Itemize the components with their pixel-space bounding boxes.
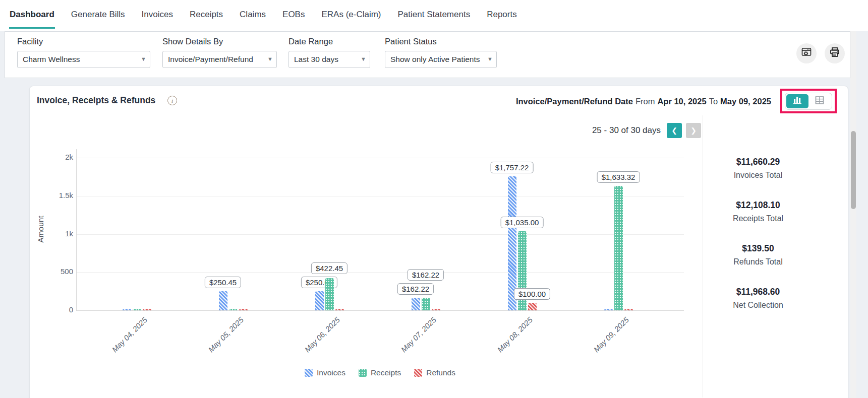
bar-value-label-invoices-4: $162.22	[397, 283, 434, 295]
date-range-summary: Invoice/Payment/Refund Date From Apr 10,…	[516, 97, 771, 106]
invoices-total: $11,660.29 Invoices Total	[708, 157, 808, 180]
print-icon	[829, 46, 841, 60]
print-button[interactable]	[825, 43, 845, 63]
legend-item-refunds[interactable]: Refunds	[414, 368, 455, 377]
y-axis-tick-2k: 2k	[40, 153, 73, 161]
refunds-total: $139.50 Refunds Total	[708, 243, 808, 267]
x-axis-label-may-04-2025: May 04, 2025	[110, 315, 149, 354]
chart-legend: InvoicesReceiptsRefunds	[76, 368, 684, 377]
legend-label-invoices: Invoices	[317, 368, 345, 377]
nav-tab-patient-statements[interactable]: Patient Statements	[397, 0, 471, 29]
y-axis-tick-500: 500	[40, 267, 73, 276]
nav-tab-eras-e-claim[interactable]: ERAs (e-Claim)	[321, 0, 381, 29]
invoices-total-label: Invoices Total	[708, 171, 808, 180]
filter-panel: Facility Charm Wellness ▼ Show Details B…	[5, 31, 850, 78]
main-nav: DashboardGenerate BillsInvoicesReceiptsC…	[9, 0, 517, 29]
refunds-total-label: Refunds Total	[708, 257, 808, 267]
nav-tab-eobs[interactable]: EOBs	[282, 0, 305, 29]
x-axis-label-may-06-2025: May 06, 2025	[303, 315, 341, 354]
patient-status-label: Patient Status	[385, 37, 497, 46]
gridline-1.5k	[76, 196, 684, 196]
vertical-scrollbar-track[interactable]	[850, 31, 856, 398]
bar-value-label-invoices-5: $1,757.22	[491, 162, 534, 173]
x-axis-label-may-09-2025: May 09, 2025	[592, 315, 630, 354]
bar-refunds-5[interactable]	[528, 303, 537, 310]
table-view-button[interactable]	[808, 94, 831, 108]
bar-invoices-3[interactable]	[315, 291, 324, 310]
date-range-select[interactable]: Last 30 days ▼	[288, 51, 370, 68]
bar-value-label-receipts-6: $1,633.32	[597, 171, 640, 183]
details-select-value: Invoice/Payment/Refund	[168, 55, 264, 64]
y-axis-tick-0: 0	[40, 305, 73, 314]
date-range-label: Date Range	[288, 37, 370, 46]
to-word: To	[709, 97, 718, 106]
bar-receipts-1[interactable]	[133, 309, 141, 310]
chart-view-button[interactable]	[786, 94, 808, 108]
bar-value-label-invoices-2: $250.45	[205, 277, 241, 288]
invoices-total-amount: $11,660.29	[708, 157, 808, 167]
to-date: May 09, 2025	[720, 97, 771, 106]
bar-receipts-4[interactable]	[422, 298, 430, 310]
legend-swatch-refunds	[414, 369, 422, 377]
bar-receipts-6[interactable]	[614, 186, 623, 310]
vertical-scrollbar-thumb[interactable]	[851, 131, 856, 209]
gridline-500	[76, 272, 684, 273]
net-collection-label: Net Collection	[708, 301, 808, 310]
report-settings-button[interactable]	[796, 43, 817, 63]
bar-refunds-4[interactable]	[432, 309, 440, 310]
bar-invoices-2[interactable]	[219, 291, 227, 310]
legend-item-receipts[interactable]: Receipts	[359, 368, 401, 377]
nav-tab-receipts[interactable]: Receipts	[189, 0, 223, 29]
bar-refunds-3[interactable]	[335, 309, 344, 310]
nav-tab-claims[interactable]: Claims	[239, 0, 266, 29]
net-collection-total: $11,968.60 Net Collection	[708, 287, 808, 310]
bar-refunds-1[interactable]	[143, 309, 151, 310]
table-grid-icon	[814, 95, 825, 107]
bar-refunds-2[interactable]	[239, 309, 248, 310]
details-filter-group: Show Details By Invoice/Payment/Refund ▼	[162, 37, 277, 68]
pagination-range-text: 25 - 30 of 30 days	[592, 125, 661, 136]
legend-label-refunds: Refunds	[426, 368, 455, 377]
receipts-total-label: Receipts Total	[708, 214, 808, 223]
bar-invoices-4[interactable]	[412, 298, 420, 310]
patient-status-select[interactable]: Show only Active Patients ▼	[385, 51, 497, 68]
bar-refunds-6[interactable]	[624, 309, 633, 310]
bar-value-label-receipts-5: $1,035.00	[501, 217, 544, 228]
details-select[interactable]: Invoice/Payment/Refund ▼	[162, 51, 277, 68]
y-axis-title: Amount	[36, 199, 45, 259]
bar-value-label-receipts-4: $162.22	[408, 269, 444, 281]
previous-page-button[interactable]: ❮	[667, 123, 682, 138]
next-page-button[interactable]: ❯	[686, 123, 701, 138]
chevron-down-icon: ▼	[267, 56, 273, 62]
gridline-2k	[76, 158, 684, 158]
nav-tab-invoices[interactable]: Invoices	[141, 0, 173, 29]
facility-select[interactable]: Charm Wellness ▼	[17, 51, 150, 68]
chevron-down-icon: ▼	[487, 56, 493, 62]
y-axis-tick-1.5k: 1.5k	[40, 191, 73, 200]
bar-receipts-3[interactable]	[325, 278, 334, 310]
x-axis-label-may-05-2025: May 05, 2025	[207, 315, 245, 354]
panel-divider	[703, 115, 703, 397]
panel-title: Invoice, Receipts & Refunds	[37, 95, 155, 106]
info-icon[interactable]: i	[167, 96, 177, 105]
view-toggle	[785, 93, 832, 110]
facility-label: Facility	[17, 37, 150, 46]
nav-tab-generate-bills[interactable]: Generate Bills	[71, 0, 126, 29]
chart-pagination: 25 - 30 of 30 days ❮ ❯	[30, 123, 701, 138]
legend-swatch-receipts	[359, 369, 367, 377]
nav-tab-reports[interactable]: Reports	[486, 0, 517, 29]
from-word: From	[635, 97, 655, 106]
chevron-down-icon: ▼	[141, 56, 146, 62]
bar-receipts-2[interactable]	[229, 309, 238, 310]
x-axis-label-may-08-2025: May 08, 2025	[496, 315, 534, 354]
legend-item-invoices[interactable]: Invoices	[305, 368, 345, 377]
totals-summary: $11,660.29 Invoices Total $12,108.10 Rec…	[708, 157, 808, 330]
receipts-total-amount: $12,108.10	[708, 200, 808, 211]
nav-tab-dashboard[interactable]: Dashboard	[9, 0, 55, 29]
gridline-1k	[76, 234, 684, 235]
legend-label-receipts: Receipts	[371, 368, 401, 377]
bar-invoices-6[interactable]	[604, 309, 613, 310]
bar-invoices-1[interactable]	[123, 309, 131, 310]
patient-status-select-value: Show only Active Patients	[390, 55, 484, 64]
facility-select-value: Charm Wellness	[23, 55, 138, 64]
